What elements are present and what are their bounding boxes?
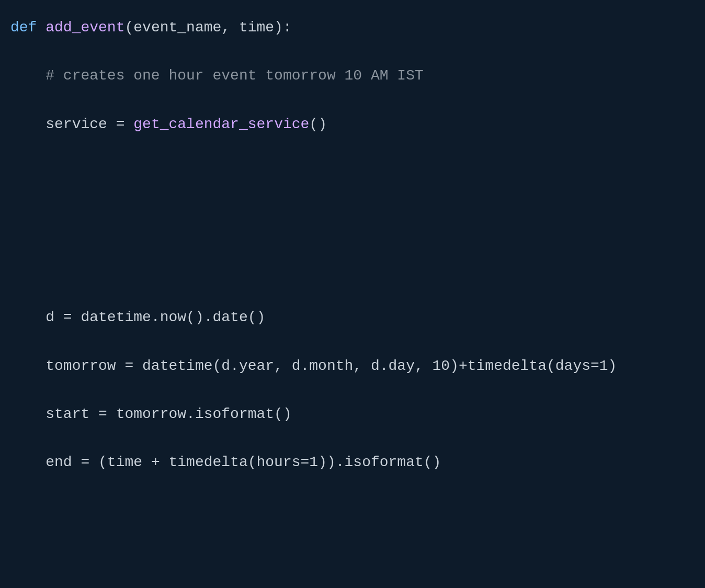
comment-1: # creates one hour event tomorrow 10 AM … bbox=[46, 67, 424, 84]
var-tomorrow: tomorrow bbox=[46, 358, 116, 374]
line-12 bbox=[10, 547, 695, 571]
line-11 bbox=[10, 499, 695, 523]
line-7: d = datetime.now().date() bbox=[10, 306, 695, 330]
code-editor: def add_event(event_name, time): # creat… bbox=[10, 16, 695, 588]
line-1: def add_event(event_name, time): bbox=[10, 16, 695, 40]
var-start: start bbox=[46, 406, 89, 422]
code-content: def add_event(event_name, time): # creat… bbox=[10, 16, 695, 588]
line-6 bbox=[10, 257, 695, 281]
line-8: tomorrow = datetime(d.year, d.month, d.d… bbox=[10, 354, 695, 378]
line-3: service = get_calendar_service() bbox=[10, 112, 695, 137]
line-10: end = (time + timedelta(hours=1)).isofor… bbox=[10, 450, 695, 474]
func-get-calendar: get_calendar_service bbox=[133, 116, 309, 132]
keyword-def: def bbox=[10, 19, 37, 36]
line-2: # creates one hour event tomorrow 10 AM … bbox=[10, 64, 695, 88]
var-d: d bbox=[46, 309, 54, 325]
var-service: service bbox=[46, 116, 107, 132]
line-5 bbox=[10, 209, 695, 233]
func-name: add_event bbox=[46, 19, 124, 36]
line-4 bbox=[10, 161, 695, 185]
var-end: end bbox=[46, 454, 72, 470]
line-9: start = tomorrow.isoformat() bbox=[10, 402, 695, 426]
